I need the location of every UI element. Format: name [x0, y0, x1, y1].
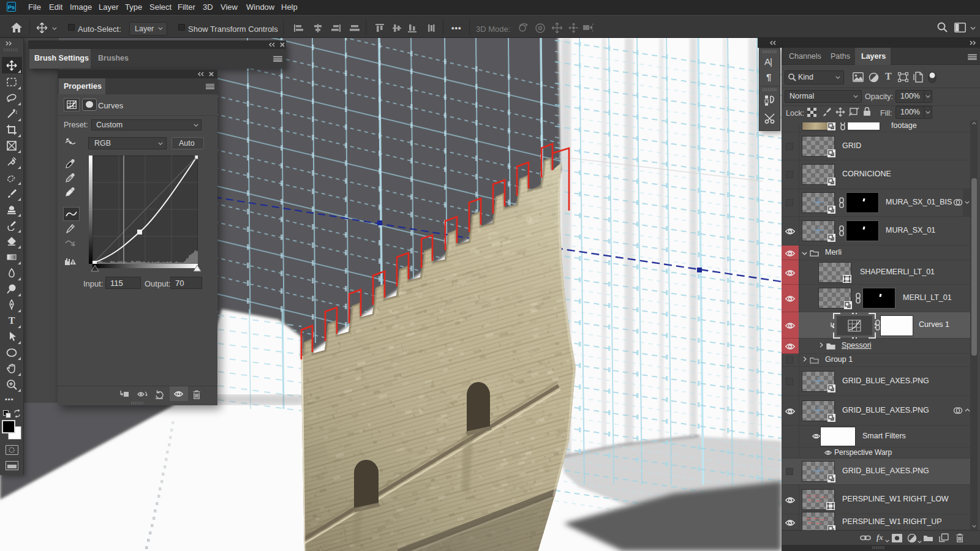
svg-text:T: T	[9, 315, 15, 326]
